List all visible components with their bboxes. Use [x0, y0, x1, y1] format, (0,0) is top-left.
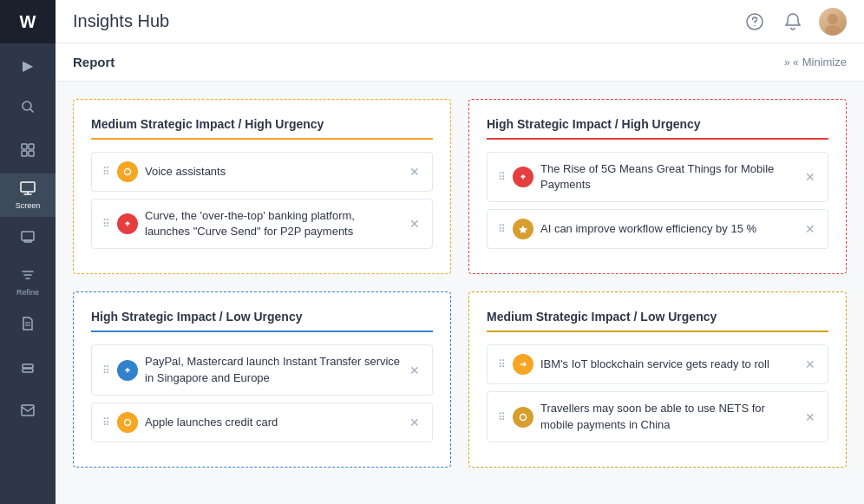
- remove-curve-button[interactable]: ✕: [408, 215, 422, 232]
- sidebar-item-search[interactable]: [0, 87, 56, 130]
- document-icon: [22, 317, 34, 334]
- card-high-low: High Strategic Impact / Low Urgency ⠿ Pa…: [73, 291, 451, 467]
- paypal-badge: [117, 360, 138, 381]
- item-apple-credit: ⠿ Apple launches credit card ✕: [91, 403, 433, 442]
- svg-rect-10: [24, 240, 31, 242]
- svg-rect-9: [22, 232, 34, 240]
- curve-badge: [117, 213, 138, 234]
- drag-handle-icon[interactable]: ⠿: [102, 218, 110, 230]
- sidebar-item-email[interactable]: [0, 390, 56, 434]
- remove-voice-button[interactable]: ✕: [408, 163, 422, 180]
- drag-handle-icon[interactable]: ⠿: [102, 416, 110, 429]
- card-high-high-title: High Strategic Impact / High Urgency: [487, 117, 828, 131]
- dashboard-icon: [21, 143, 35, 160]
- drag-handle-icon[interactable]: ⠿: [498, 171, 506, 183]
- item-rise-5g: ⠿ The Rise of 5G Means Great Things for …: [487, 152, 828, 202]
- email-icon: [21, 404, 35, 420]
- svg-point-19: [825, 25, 841, 36]
- logo-icon: W: [20, 12, 36, 32]
- voice-badge: [117, 161, 138, 182]
- card-medium-low: Medium Strategic Impact / Low Urgency ⠿ …: [468, 291, 847, 467]
- play-icon: ▶: [23, 57, 33, 74]
- ai-badge: [513, 219, 533, 239]
- drag-handle-icon[interactable]: ⠿: [498, 411, 506, 423]
- ai-workflow-text: AI can improve workflow efficiency by 15…: [540, 221, 796, 237]
- stack-icon: [21, 360, 35, 377]
- item-voice-assistants: ⠿ Voice assistants ✕: [91, 152, 433, 192]
- avatar-image: [819, 8, 847, 36]
- drag-handle-icon[interactable]: ⠿: [102, 364, 110, 376]
- remove-ai-button[interactable]: ✕: [803, 220, 817, 238]
- help-icon[interactable]: [743, 10, 767, 34]
- header-icons: [743, 8, 847, 36]
- svg-point-20: [125, 169, 131, 175]
- voice-assistants-text: Voice assistants: [145, 164, 401, 180]
- card-medium-low-title: Medium Strategic Impact / Low Urgency: [487, 310, 828, 324]
- drag-handle-icon[interactable]: ⠿: [102, 166, 110, 178]
- svg-point-23: [520, 414, 527, 420]
- main-content: Insights Hub: [56, 0, 864, 504]
- sidebar-item-screen[interactable]: Screen: [0, 173, 56, 217]
- drag-handle-icon[interactable]: ⠿: [498, 358, 506, 370]
- card-medium-high: Medium Strategic Impact / High Urgency ⠿…: [73, 99, 451, 274]
- card-high-high: High Strategic Impact / High Urgency ⠿ T…: [468, 99, 847, 274]
- filter-icon: [21, 268, 35, 285]
- ibm-badge: [513, 354, 533, 375]
- minimize-label: Minimize: [802, 56, 847, 69]
- sidebar-refine-label: Refine: [16, 288, 39, 297]
- remove-apple-button[interactable]: ✕: [408, 414, 422, 431]
- item-curve-banking: ⠿ Curve, the 'over-the-top' banking plat…: [91, 199, 433, 249]
- report-title: Report: [73, 55, 784, 69]
- card-medium-low-divider: [487, 331, 828, 332]
- svg-rect-3: [29, 144, 34, 149]
- remove-travellers-button[interactable]: ✕: [803, 409, 817, 426]
- card-medium-high-divider: [91, 138, 433, 140]
- sidebar-screen-label: Screen: [16, 201, 41, 210]
- item-ibm-iot: ⠿ IBM's IoT blockchain service gets read…: [487, 344, 828, 384]
- sidebar-item-dashboard[interactable]: [0, 130, 56, 173]
- travellers-badge: [513, 407, 533, 428]
- svg-rect-13: [23, 369, 33, 372]
- svg-point-22: [125, 419, 131, 425]
- item-paypal-mastercard: ⠿ PayPal, Mastercard launch Instant Tran…: [91, 344, 433, 395]
- drag-handle-icon[interactable]: ⠿: [498, 223, 506, 235]
- sidebar-item-document[interactable]: [0, 304, 56, 347]
- item-travellers-nets: ⠿ Travellers may soon be able to use NET…: [487, 391, 828, 442]
- sub-header: Report » « Minimize: [56, 43, 864, 82]
- svg-line-1: [30, 109, 33, 112]
- app-title: Insights Hub: [73, 11, 743, 31]
- remove-ibm-button[interactable]: ✕: [803, 356, 817, 373]
- svg-marker-21: [519, 226, 527, 233]
- remove-paypal-button[interactable]: ✕: [408, 362, 422, 379]
- sidebar-item-stack[interactable]: [0, 347, 56, 390]
- avatar[interactable]: [819, 8, 847, 36]
- svg-point-18: [828, 14, 838, 24]
- card-high-low-title: High Strategic Impact / Low Urgency: [91, 310, 433, 324]
- remove-5g-button[interactable]: ✕: [803, 168, 817, 186]
- curve-banking-text: Curve, the 'over-the-top' banking platfo…: [145, 208, 401, 239]
- svg-rect-5: [29, 151, 34, 156]
- sidebar-logo[interactable]: W: [0, 0, 56, 43]
- item-ai-workflow: ⠿ AI can improve workflow efficiency by …: [487, 209, 828, 249]
- svg-rect-14: [23, 364, 33, 368]
- card-medium-high-title: Medium Strategic Impact / High Urgency: [91, 117, 433, 131]
- sidebar-item-play[interactable]: ▶: [0, 43, 56, 87]
- bell-icon[interactable]: [781, 10, 805, 34]
- svg-point-17: [754, 24, 756, 26]
- sidebar: W ▶ Screen: [0, 0, 56, 504]
- ibm-iot-text: IBM's IoT blockchain service gets ready …: [540, 357, 796, 372]
- rise-5g-text: The Rise of 5G Means Great Things for Mo…: [540, 161, 796, 193]
- content-area: Medium Strategic Impact / High Urgency ⠿…: [56, 82, 864, 504]
- quadrants-grid: Medium Strategic Impact / High Urgency ⠿…: [73, 99, 847, 468]
- apple-credit-text: Apple launches credit card: [145, 415, 401, 430]
- 5g-badge: [513, 167, 533, 187]
- app-header: Insights Hub: [56, 0, 864, 43]
- apple-badge: [117, 412, 138, 433]
- screen-icon: [20, 181, 36, 199]
- chevrons-icon: » «: [784, 56, 799, 69]
- travellers-text: Travellers may soon be able to use NETS …: [540, 401, 796, 432]
- svg-rect-2: [22, 144, 27, 149]
- sidebar-item-monitor[interactable]: [0, 217, 56, 260]
- minimize-button[interactable]: » « Minimize: [784, 56, 847, 69]
- sidebar-item-refine1[interactable]: Refine: [0, 260, 56, 304]
